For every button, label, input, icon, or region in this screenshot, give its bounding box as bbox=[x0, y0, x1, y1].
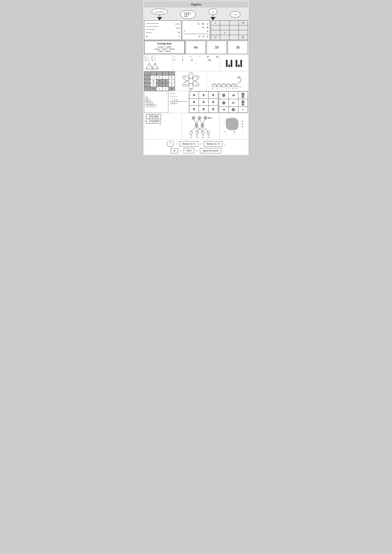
svg-point-4 bbox=[185, 14, 186, 15]
mt-h4 bbox=[162, 72, 168, 75]
seq-8: 8 bbox=[182, 59, 183, 61]
dots-section bbox=[163, 21, 180, 39]
bar-2 bbox=[228, 65, 230, 67]
blob-arrows-down: ↓ ↓ ↓ bbox=[221, 133, 247, 135]
xy-48: 48 bbox=[155, 114, 158, 119]
blob-bot-27: 27 bbox=[224, 131, 226, 133]
grey-blob-box: → 24 → 26 → 40 27 20 ? ↓ ↓ ↓ bbox=[220, 113, 248, 139]
svg-line-56 bbox=[203, 119, 205, 124]
mt-P: P bbox=[150, 83, 156, 87]
ovals-row: △ △ △ ◇ bbox=[144, 8, 248, 20]
dots-label: ... bbox=[145, 94, 167, 96]
staircase: 10 4 9 3 5 8 1 2 6 7 bbox=[145, 97, 167, 107]
ng-25: 25 bbox=[238, 21, 248, 25]
blob-1 bbox=[219, 91, 229, 99]
arrow-down-3 bbox=[210, 17, 216, 20]
svg-text:1: 1 bbox=[149, 63, 149, 65]
stair-row-4: 1 2 6 7 bbox=[145, 104, 167, 107]
svg-line-53 bbox=[194, 119, 196, 124]
caterpillar-svg: 0 3 6 7 8 9 bbox=[208, 76, 247, 90]
h-lines-section bbox=[145, 21, 163, 39]
xy-wrapper: ↑6↓ X 18 32 48 12 16 30 Y bbox=[145, 114, 181, 126]
arrow-4: ← bbox=[195, 149, 199, 152]
blob-val-24: → 24 bbox=[239, 120, 243, 122]
svg-point-42 bbox=[192, 117, 195, 119]
x-label: x bbox=[145, 92, 167, 94]
z-0-6: 0 bbox=[209, 99, 218, 106]
tri1: △ bbox=[174, 98, 175, 101]
add-A1: A bbox=[198, 22, 199, 25]
mt-r3c1 bbox=[144, 83, 150, 87]
pattern-lines-box bbox=[144, 20, 181, 40]
mt-L: L bbox=[162, 75, 168, 79]
blob-val-26: → 26 bbox=[239, 123, 243, 125]
svg-point-40 bbox=[222, 101, 225, 104]
flow-square: Square the number bbox=[203, 149, 219, 152]
svg-point-2 bbox=[188, 13, 189, 14]
z-0-9: 0 bbox=[209, 106, 218, 113]
number-grid: 1 25 x 17 81 bbox=[211, 20, 248, 40]
stair-6: 6 bbox=[151, 104, 153, 107]
seq-3: 3 bbox=[182, 56, 183, 58]
seq-vdots: ⋮ bbox=[174, 62, 218, 65]
oval-2-container bbox=[180, 10, 196, 19]
row7: ↑6↓ X 18 32 48 12 16 30 Y bbox=[144, 113, 248, 139]
add-plus: + bbox=[184, 29, 185, 33]
mt-T: T bbox=[162, 87, 168, 90]
row6: x ... 10 4 9 3 5 8 1 2 6 bbox=[144, 91, 248, 113]
cell-47: 47 bbox=[229, 99, 238, 107]
svg-text:2: 2 bbox=[155, 63, 155, 65]
mt-R: R bbox=[169, 83, 175, 87]
ng-6 bbox=[229, 25, 238, 30]
svg-text:9: 9 bbox=[236, 88, 237, 90]
svg-text:48: 48 bbox=[184, 84, 186, 86]
mt-6b: 6 bbox=[144, 87, 150, 90]
ng-10 bbox=[238, 30, 248, 35]
num-44: 44 bbox=[194, 45, 197, 49]
svg-line-58 bbox=[196, 126, 197, 131]
z-0-4: 0 bbox=[189, 99, 199, 106]
mt-M: M bbox=[150, 79, 156, 83]
seq-row1: 1 3 5 ··· 97 99 bbox=[174, 56, 218, 58]
blob-3 bbox=[219, 99, 229, 107]
svg-text:4: 4 bbox=[149, 67, 149, 69]
flow-box-multiply13: Multiply by 1/3 bbox=[204, 141, 223, 147]
flow-add1: Add 1 bbox=[186, 149, 192, 152]
svg-point-48 bbox=[201, 124, 204, 126]
svg-point-44 bbox=[204, 117, 207, 119]
arrow-1: → bbox=[175, 142, 179, 145]
svg-point-0 bbox=[185, 13, 186, 14]
arrow-up-6: ↑6↓ bbox=[145, 114, 146, 120]
mt-r2c1 bbox=[144, 79, 150, 83]
mt-36: 36 bbox=[156, 79, 162, 83]
arr-d2: ↓ bbox=[234, 133, 234, 135]
res-3: 3 bbox=[176, 102, 177, 105]
svg-text:7: 7 bbox=[229, 88, 230, 90]
blob-bottom-values: 27 20 ? bbox=[221, 131, 247, 133]
ng-9 bbox=[229, 30, 238, 35]
mt-J: J bbox=[150, 75, 156, 79]
number-grid-box: 1 25 x 17 81 bbox=[211, 20, 248, 40]
add-A2: A bbox=[202, 26, 204, 29]
network-box: 30 bbox=[182, 113, 219, 139]
svg-line-61 bbox=[203, 126, 203, 131]
seq-1: 1 bbox=[174, 56, 175, 58]
shapes-row3: + □ △ △ bbox=[170, 98, 187, 101]
blob-4 bbox=[238, 99, 248, 107]
svg-text:30: 30 bbox=[211, 117, 212, 119]
seq-12: 12 bbox=[191, 59, 193, 61]
svg-point-1 bbox=[186, 13, 187, 14]
mt-18: 18 bbox=[150, 87, 156, 90]
xy-30: 30 bbox=[155, 119, 158, 124]
dot bbox=[176, 28, 177, 28]
svg-text:48: 48 bbox=[190, 136, 192, 138]
ng-7 bbox=[238, 25, 248, 30]
stair-8: 8 bbox=[151, 102, 153, 104]
ng-5 bbox=[220, 25, 229, 30]
flower-svg: 8 18 28 38 48 58 bbox=[182, 72, 200, 90]
z-0-7: 0 bbox=[189, 106, 199, 113]
flow-multiply13: Multiply by 1/3 bbox=[206, 143, 220, 145]
svg-point-7 bbox=[185, 16, 186, 17]
ng-11 bbox=[220, 35, 229, 40]
ng-2 bbox=[220, 21, 229, 25]
